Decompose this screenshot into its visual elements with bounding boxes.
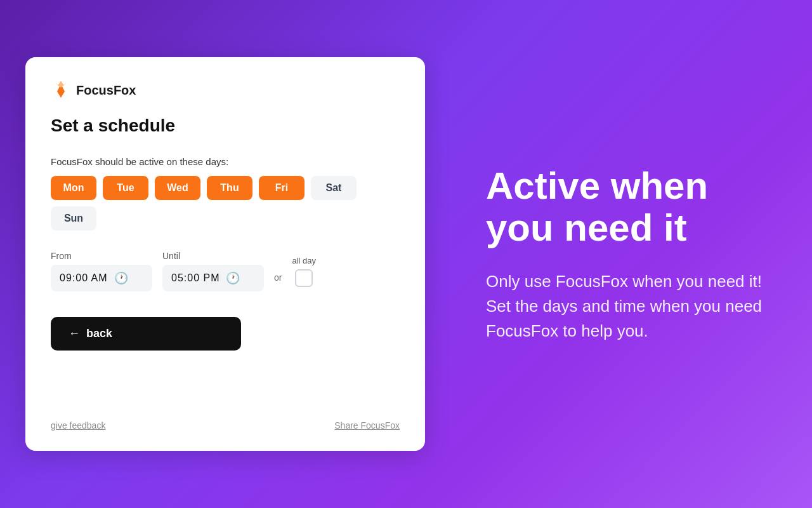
back-button-label: back — [86, 327, 112, 340]
logo-text: FocusFox — [76, 83, 136, 98]
back-button[interactable]: ← back — [51, 317, 241, 351]
time-row: From 09:00 AM 🕐 Until 05:00 PM 🕐 or all … — [51, 251, 400, 291]
from-group: From 09:00 AM 🕐 — [51, 251, 152, 291]
days-row: Mon Tue Wed Thu Fri Sat Sun — [51, 176, 400, 231]
schedule-card: FocusFox Set a schedule FocusFox should … — [25, 57, 425, 451]
logo-area: FocusFox — [51, 80, 400, 100]
right-panel: Active when you need it Only use FocusFo… — [450, 0, 812, 508]
card-title: Set a schedule — [51, 116, 400, 136]
from-input-wrapper[interactable]: 09:00 AM 🕐 — [51, 265, 152, 291]
back-arrow-icon: ← — [69, 327, 80, 340]
day-fri[interactable]: Fri — [259, 176, 304, 200]
allday-checkbox[interactable] — [295, 269, 313, 287]
until-label: Until — [162, 251, 264, 261]
day-thu[interactable]: Thu — [207, 176, 252, 200]
allday-group: all day — [292, 256, 316, 287]
headline: Active when you need it — [486, 165, 776, 249]
subtext: Only use FocusFox when you need it! Set … — [486, 269, 776, 344]
until-time-value: 05:00 PM — [171, 272, 219, 284]
schedule-description: FocusFox should be active on these days: — [51, 156, 400, 167]
until-group: Until 05:00 PM 🕐 — [162, 251, 264, 291]
from-label: From — [51, 251, 152, 261]
day-sun[interactable]: Sun — [51, 206, 96, 231]
day-wed[interactable]: Wed — [155, 176, 200, 200]
share-link[interactable]: Share FocusFox — [334, 420, 400, 431]
day-mon[interactable]: Mon — [51, 176, 96, 200]
left-panel: FocusFox Set a schedule FocusFox should … — [0, 0, 450, 508]
until-input-wrapper[interactable]: 05:00 PM 🕐 — [162, 265, 264, 291]
allday-label: all day — [292, 256, 316, 265]
or-text: or — [274, 272, 282, 283]
from-clock-icon[interactable]: 🕐 — [114, 271, 128, 285]
from-time-value: 09:00 AM — [60, 272, 108, 284]
card-footer: give feedback Share FocusFox — [51, 420, 400, 431]
until-clock-icon[interactable]: 🕐 — [226, 271, 240, 285]
fox-logo-icon — [51, 80, 71, 100]
day-sat[interactable]: Sat — [311, 176, 357, 200]
day-tue[interactable]: Tue — [103, 176, 148, 200]
feedback-link[interactable]: give feedback — [51, 420, 105, 431]
